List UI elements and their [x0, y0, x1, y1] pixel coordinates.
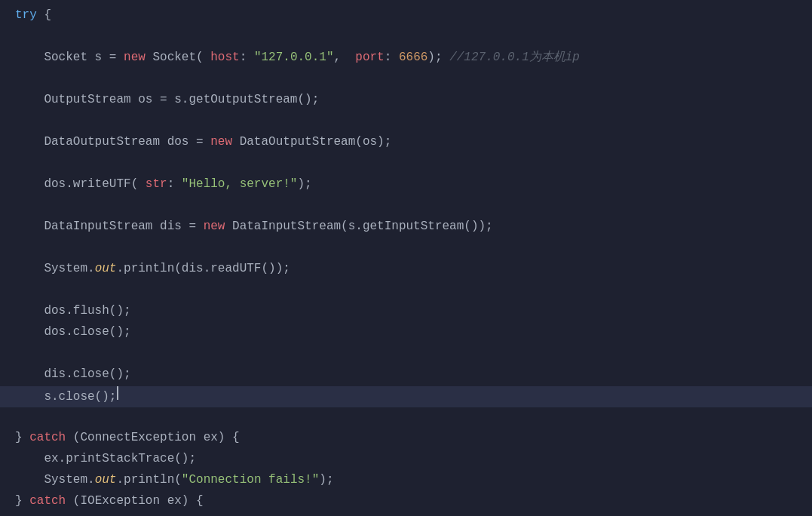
code-line: try { — [0, 6, 812, 27]
code-line — [0, 196, 812, 217]
code-token: (IOException ex) { — [66, 492, 203, 511]
code-token: Socket s = — [15, 48, 124, 68]
code-token: catch — [29, 428, 66, 448]
code-token: } — [15, 492, 29, 511]
code-line: dos.writeUTF( str: "Hello, server!"); — [0, 175, 812, 196]
code-token: out — [95, 260, 117, 279]
code-token: System. — [15, 260, 95, 279]
code-token: } — [15, 428, 29, 448]
code-token: new — [210, 133, 232, 152]
code-token: dos.close(); — [15, 323, 131, 342]
code-line — [0, 238, 812, 260]
code-line — [0, 27, 812, 48]
code-token: "Connection fails!" — [182, 471, 319, 490]
code-token: host — [210, 48, 239, 68]
code-token: try — [15, 6, 37, 26]
code-line: System.out.println(dis.readUTF()); — [0, 260, 812, 281]
code-token: , — [334, 48, 356, 68]
code-token: ); — [319, 471, 333, 490]
code-token: dos.writeUTF( — [15, 175, 146, 195]
code-line — [0, 407, 812, 428]
code-token: s.close(); — [15, 388, 116, 407]
code-token: { — [37, 6, 51, 26]
code-line: Socket s = new Socket( host: "127.0.0.1"… — [0, 48, 812, 69]
code-content: try { Socket s = new Socket( host: "127.… — [0, 0, 812, 516]
code-token: .println( — [116, 471, 181, 490]
code-token: new — [124, 48, 146, 68]
code-token: DataOutputStream(os); — [232, 133, 391, 152]
code-line: dos.flush(); — [0, 302, 812, 323]
code-token: str — [146, 175, 167, 195]
code-token: port — [355, 48, 384, 68]
code-token: .println(dis.readUTF()); — [116, 260, 290, 279]
code-token: DataInputStream dis = — [15, 217, 204, 237]
code-token: System. — [15, 471, 95, 490]
code-line: s.close(); — [0, 386, 812, 407]
code-line — [0, 69, 812, 91]
code-token: out — [95, 471, 117, 490]
code-token: 6666 — [399, 48, 427, 68]
code-token: OutputStream os = s.getOutputStream(); — [15, 91, 319, 110]
code-token: DataInputStream(s.getInputStream()); — [225, 217, 492, 237]
code-token: dos.flush(); — [15, 302, 131, 321]
code-line: DataOutputStream dos = new DataOutputStr… — [0, 133, 812, 154]
code-token: (ConnectException ex) { — [66, 428, 239, 448]
code-token: : — [167, 175, 182, 195]
code-token: dis.close(); — [15, 365, 131, 385]
code-token: catch — [29, 492, 66, 511]
code-token: ); — [427, 48, 449, 68]
code-line — [0, 154, 812, 175]
code-token: Socket( — [146, 48, 210, 68]
code-token: ); — [297, 175, 311, 195]
code-line: System.out.println("Connection fails!"); — [0, 471, 812, 492]
code-token: : — [240, 48, 254, 68]
code-line — [0, 281, 812, 302]
code-line — [0, 112, 812, 133]
code-line: dis.close(); — [0, 365, 812, 386]
code-line: ex.printStackTrace(); — [0, 513, 812, 516]
code-line: DataInputStream dis = new DataInputStrea… — [0, 217, 812, 238]
text-cursor — [117, 386, 118, 400]
code-token: "Hello, server!" — [182, 175, 298, 195]
code-token: : — [385, 48, 399, 68]
code-token: "127.0.0.1" — [254, 48, 334, 68]
code-token: ex.printStackTrace(); — [15, 513, 196, 516]
code-token: ex.printStackTrace(); — [15, 450, 196, 469]
code-token: //127.0.0.1为本机ip — [449, 48, 580, 68]
code-line: OutputStream os = s.getOutputStream(); — [0, 91, 812, 112]
code-line: } catch (ConnectException ex) { — [0, 428, 812, 450]
code-line: } catch (IOException ex) { — [0, 492, 812, 513]
code-token: new — [204, 217, 225, 237]
code-editor: try { Socket s = new Socket( host: "127.… — [0, 0, 812, 516]
code-line: ex.printStackTrace(); — [0, 450, 812, 471]
code-line: dos.close(); — [0, 323, 812, 344]
code-token: DataOutputStream dos = — [15, 133, 210, 152]
code-line — [0, 344, 812, 365]
